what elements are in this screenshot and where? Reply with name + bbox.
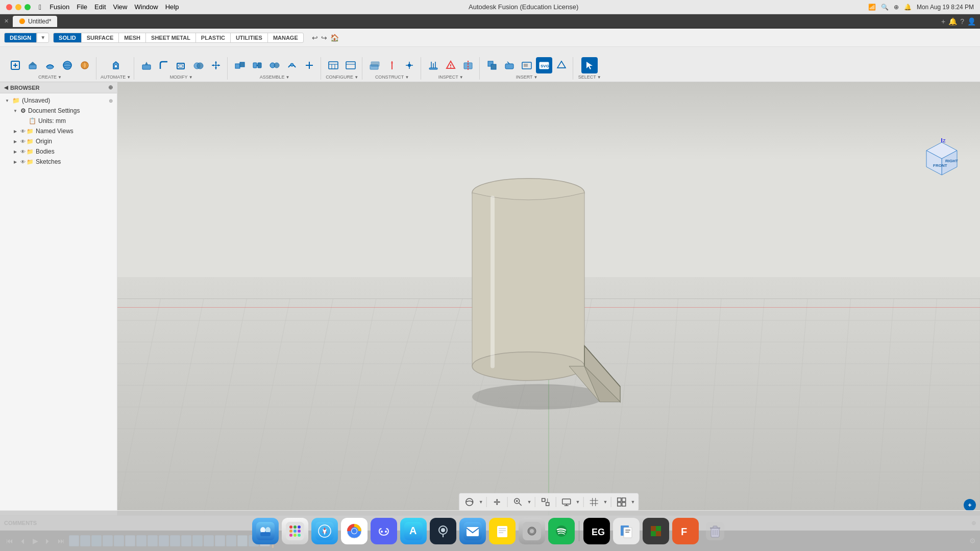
vp-orbit-btn[interactable] <box>462 495 477 509</box>
dock-notes[interactable] <box>489 518 516 544</box>
vp-display-btn[interactable] <box>559 495 574 509</box>
notification-icon[interactable]: 🔔 <box>904 4 912 11</box>
design-dropdown[interactable]: ▼ <box>37 33 48 42</box>
assemble-plus-icon[interactable] <box>301 57 317 73</box>
tree-item-unsaved[interactable]: ▼ 📁 (Unsaved) ⊕ <box>0 95 117 106</box>
tree-item-origin[interactable]: ▶ 👁 📁 Origin <box>0 136 117 146</box>
tab-actions[interactable]: + 🔔 ? 👤 <box>941 17 976 26</box>
inspect-label[interactable]: INSPECT ▼ <box>438 74 463 80</box>
menu-help[interactable]: Help <box>165 3 179 11</box>
construct-offset-plane-icon[interactable] <box>366 57 383 73</box>
eye-icon-origin[interactable]: 👁 <box>20 139 26 144</box>
tab-bar-close[interactable]: ✕ <box>4 18 9 24</box>
modify-combine-icon[interactable] <box>190 57 207 73</box>
close-button[interactable] <box>6 4 12 10</box>
eye-icon-bodies[interactable]: 👁 <box>20 149 26 155</box>
vp-pan-btn[interactable] <box>490 495 504 509</box>
vp-grid-dropdown[interactable]: ▼ <box>603 499 607 505</box>
browser-options-icon[interactable]: ⊕ <box>108 84 113 91</box>
vp-zoom-dropdown[interactable]: ▼ <box>527 499 532 505</box>
tree-arrow-sketches[interactable]: ▶ <box>12 159 18 165</box>
configure-table-icon[interactable] <box>325 57 341 73</box>
modify-shell-icon[interactable] <box>173 57 189 73</box>
assemble-rigid-icon[interactable] <box>249 57 265 73</box>
redo-button[interactable]: ↪ <box>321 34 327 42</box>
create-new-component-icon[interactable] <box>7 57 23 73</box>
modify-press-pull-icon[interactable] <box>138 57 155 73</box>
automate-label[interactable]: AUTOMATE ▼ <box>101 74 131 80</box>
maximize-button[interactable] <box>24 4 31 10</box>
inspect-measure-icon[interactable] <box>425 57 442 73</box>
dock-launchpad[interactable] <box>282 518 308 544</box>
unsaved-options[interactable]: ⊕ <box>109 98 113 104</box>
mac-window-controls[interactable] <box>6 4 31 10</box>
tree-arrow-bodies[interactable]: ▶ <box>12 148 18 155</box>
dock-mail[interactable] <box>459 518 486 544</box>
mode-plastic[interactable]: PLASTIC <box>196 33 231 42</box>
construct-axis-icon[interactable] <box>384 57 400 73</box>
new-tab-button[interactable]: + <box>941 17 945 26</box>
assemble-label[interactable]: ASSEMBLE ▼ <box>260 74 289 80</box>
assemble-as-built-icon[interactable] <box>266 57 283 73</box>
select-label[interactable]: SELECT ▼ <box>578 74 601 80</box>
construct-point-icon[interactable] <box>401 57 418 73</box>
eye-icon-sketches[interactable]: 👁 <box>20 159 26 165</box>
design-button[interactable]: DESIGN <box>5 33 37 42</box>
configure-variants-icon[interactable] <box>342 57 359 73</box>
dock-spotify[interactable] <box>548 518 575 544</box>
inspect-section-icon[interactable] <box>460 57 476 73</box>
menu-window[interactable]: Window <box>134 3 158 11</box>
insert-svg-icon[interactable]: SVG <box>536 57 552 73</box>
browser-collapse-icon[interactable]: ◀ <box>4 85 8 90</box>
configure-label[interactable]: CONFIGURE ▼ <box>326 74 358 80</box>
mode-sheet-metal[interactable]: SHEET METAL <box>146 33 196 42</box>
mode-manage[interactable]: MANAGE <box>268 33 303 42</box>
eye-icon-named-views[interactable]: 👁 <box>20 129 26 134</box>
tree-item-units[interactable]: ▶ 📋 Units: mm <box>0 116 117 126</box>
menu-file[interactable]: File <box>77 3 87 11</box>
vp-grid-btn[interactable] <box>586 495 601 509</box>
tab-untitled[interactable]: 🟠 Untitled* <box>13 16 57 27</box>
tree-item-sketches[interactable]: ▶ 👁 📁 Sketches <box>0 157 117 167</box>
viewport-expand-button[interactable] <box>964 499 976 511</box>
insert-derive-icon[interactable] <box>484 57 500 73</box>
construct-label[interactable]: CONSTRUCT ▼ <box>375 74 409 80</box>
dock-system-preferences[interactable] <box>519 518 545 544</box>
assemble-motion-icon[interactable] <box>284 57 300 73</box>
modify-label[interactable]: MODIFY ▼ <box>170 74 193 80</box>
vp-zoom-btn[interactable] <box>511 495 525 509</box>
dock-fusion[interactable]: F <box>672 518 699 544</box>
mode-solid[interactable]: SOLID <box>54 33 82 42</box>
view-cube[interactable]: FRONT RIGHT Z <box>919 138 965 184</box>
vp-layout-btn[interactable] <box>614 495 628 509</box>
modify-move-icon[interactable] <box>208 57 224 73</box>
mode-utilities[interactable]: UTILITIES <box>231 33 268 42</box>
create-sphere-icon[interactable] <box>59 57 76 73</box>
dock-preview[interactable] <box>613 518 640 544</box>
dock-discord[interactable] <box>371 518 397 544</box>
help-icon[interactable]: ? <box>960 17 964 26</box>
assemble-joint-icon[interactable] <box>232 57 248 73</box>
dock-finder[interactable] <box>252 518 279 544</box>
select-tool-icon[interactable] <box>581 57 598 73</box>
viewport[interactable]: FRONT RIGHT Z ▼ <box>117 82 980 515</box>
vp-orbit-dropdown[interactable]: ▼ <box>479 499 483 505</box>
vp-display-dropdown[interactable]: ▼ <box>576 499 580 505</box>
vp-layout-dropdown[interactable]: ▼ <box>630 499 635 505</box>
search-icon[interactable]: 🔍 <box>881 4 889 11</box>
design-mode-selector[interactable]: DESIGN ▼ <box>4 33 49 43</box>
dock-chrome[interactable] <box>341 518 368 544</box>
mode-surface[interactable]: SURFACE <box>82 33 119 42</box>
tree-item-doc-settings[interactable]: ▼ ⚙ Document Settings <box>0 106 117 116</box>
toolbar-top-actions[interactable]: ↩ ↪ 🏠 <box>312 34 339 42</box>
inspect-interference-icon[interactable] <box>443 57 459 73</box>
insert-decal-icon[interactable] <box>501 57 518 73</box>
create-label[interactable]: CREATE ▼ <box>38 74 62 80</box>
minimize-button[interactable] <box>15 4 21 10</box>
menu-view[interactable]: View <box>113 3 128 11</box>
undo-button[interactable]: ↩ <box>312 34 318 42</box>
modify-fillet-icon[interactable] <box>156 57 172 73</box>
tree-item-bodies[interactable]: ▶ 👁 📁 Bodies <box>0 146 117 157</box>
tree-arrow-unsaved[interactable]: ▼ <box>4 97 10 104</box>
tree-item-named-views[interactable]: ▶ 👁 📁 Named Views <box>0 126 117 136</box>
